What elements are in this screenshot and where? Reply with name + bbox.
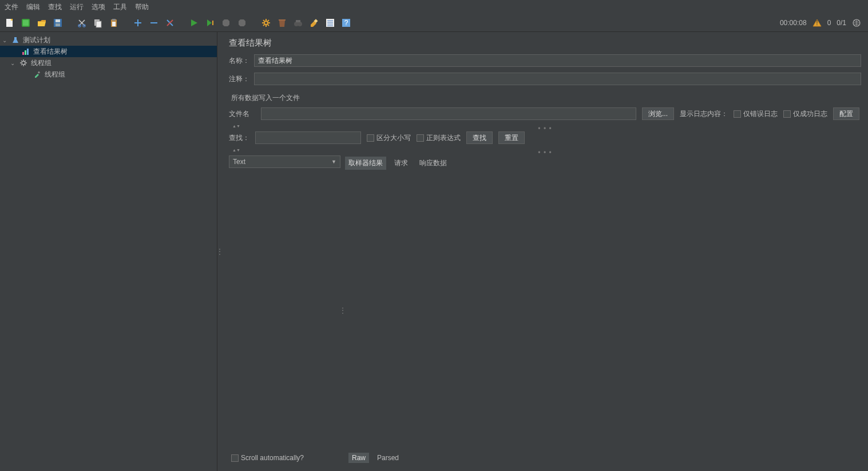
- svg-rect-6: [56, 23, 60, 26]
- filename-input[interactable]: [261, 107, 636, 120]
- svg-rect-13: [112, 22, 116, 26]
- save-icon[interactable]: [51, 17, 64, 29]
- comment-label: 注释：: [229, 74, 249, 84]
- warning-icon[interactable]: !: [812, 18, 822, 27]
- search-label: 查找：: [229, 133, 249, 143]
- menu-bar: 文件 编辑 查找 运行 选项 工具 帮助: [0, 0, 868, 14]
- tree-thread-group[interactable]: ⌄ 线程组: [0, 57, 217, 69]
- list-icon[interactable]: [324, 17, 336, 29]
- start-icon[interactable]: [188, 17, 200, 29]
- scroll-auto-checkbox[interactable]: Scroll automatically?: [231, 454, 338, 462]
- svg-rect-5: [56, 19, 60, 22]
- horizontal-splitter-1[interactable]: • • •: [229, 125, 861, 130]
- binoculars-icon[interactable]: [292, 17, 304, 29]
- toolbar: ? 00:00:08 ! 0 0/1: [0, 14, 868, 32]
- vertical-splitter[interactable]: ⋮: [217, 32, 222, 471]
- regex-checkbox[interactable]: 正则表达式: [417, 133, 461, 143]
- tree-test-plan[interactable]: ⌄ 测试计划: [0, 34, 217, 46]
- menu-run[interactable]: 运行: [70, 2, 84, 12]
- name-label: 名称：: [229, 56, 249, 66]
- result-body[interactable]: [345, 173, 861, 450]
- result-left-panel: Text ▼ Scroll automatically?: [229, 155, 340, 465]
- only-error-checkbox[interactable]: 仅错误日志: [734, 109, 778, 119]
- tree-label: 查看结果树: [33, 47, 68, 57]
- help-icon[interactable]: ?: [340, 17, 352, 29]
- chevron-down-icon[interactable]: ⌄: [10, 60, 16, 66]
- error-count: 0: [827, 19, 831, 27]
- inner-splitter[interactable]: ⋮: [340, 155, 345, 465]
- template-icon[interactable]: [19, 17, 32, 29]
- menu-help[interactable]: 帮助: [135, 2, 149, 12]
- tree-label: 线程组: [31, 58, 51, 68]
- paste-icon[interactable]: [108, 17, 120, 29]
- clear-icon[interactable]: [308, 17, 320, 29]
- menu-options[interactable]: 选项: [92, 2, 105, 12]
- cut-icon[interactable]: [76, 17, 88, 29]
- svg-point-18: [298, 22, 302, 26]
- timer: 00:00:08: [780, 19, 807, 27]
- stop-icon[interactable]: [220, 17, 232, 29]
- only-success-checkbox[interactable]: 仅成功日志: [783, 109, 827, 119]
- minus-icon[interactable]: [148, 17, 160, 29]
- filename-label: 文件名: [229, 109, 255, 119]
- copy-icon[interactable]: [92, 17, 104, 29]
- flask-icon: [11, 35, 20, 45]
- new-icon[interactable]: [3, 17, 16, 29]
- globe-icon[interactable]: [852, 18, 861, 27]
- sample-list[interactable]: [229, 168, 340, 450]
- configure-button[interactable]: 配置: [833, 107, 859, 120]
- render-dropdown[interactable]: Text ▼: [229, 155, 340, 168]
- browse-button[interactable]: 浏览...: [642, 107, 674, 120]
- toggle-icon[interactable]: [164, 17, 176, 29]
- horizontal-splitter-2[interactable]: • • •: [229, 149, 861, 154]
- case-sensitive-checkbox[interactable]: 区分大小写: [367, 133, 411, 143]
- menu-edit[interactable]: 编辑: [26, 2, 40, 12]
- trash-icon[interactable]: [276, 17, 288, 29]
- thread-count: 0/1: [837, 19, 846, 27]
- tree-label: 线程组: [45, 70, 65, 79]
- status-area: 00:00:08 ! 0 0/1: [780, 18, 865, 27]
- svg-rect-26: [22, 52, 24, 55]
- chevron-down-icon[interactable]: ⌄: [2, 37, 8, 43]
- svg-point-15: [264, 21, 268, 25]
- gear-icon[interactable]: [260, 17, 272, 29]
- result-tabs: 取样器结果 请求 响应数据: [345, 155, 861, 173]
- tab-sampler-result[interactable]: 取样器结果: [345, 157, 386, 170]
- tree-label: 测试计划: [23, 35, 50, 45]
- svg-rect-14: [212, 21, 213, 25]
- svg-rect-3: [23, 20, 29, 26]
- start-no-icon[interactable]: [204, 17, 216, 29]
- find-button[interactable]: 查找: [466, 131, 493, 144]
- svg-rect-27: [25, 50, 26, 55]
- gear-icon: [19, 58, 28, 67]
- dropper-icon: [33, 70, 42, 79]
- menu-file[interactable]: 文件: [5, 2, 18, 12]
- showlog-label: 显示日志内容：: [680, 109, 728, 119]
- svg-rect-19: [296, 20, 300, 22]
- tree-thread-group-child[interactable]: 线程组: [0, 69, 217, 80]
- subtab-raw[interactable]: Raw: [348, 453, 369, 463]
- result-right-panel: 取样器结果 请求 响应数据 Raw Parsed: [345, 155, 861, 465]
- panel-title: 查看结果树: [229, 38, 861, 49]
- tab-request[interactable]: 请求: [391, 157, 411, 170]
- svg-text:!: !: [816, 19, 818, 27]
- file-section-title: 所有数据写入一个文件: [231, 93, 861, 103]
- chart-icon: [21, 47, 30, 56]
- plus-icon[interactable]: [132, 17, 144, 29]
- tree-view-results[interactable]: 查看结果树: [0, 46, 217, 57]
- subtab-parsed[interactable]: Parsed: [374, 453, 402, 463]
- svg-rect-10: [96, 21, 101, 27]
- comment-input[interactable]: [254, 73, 861, 85]
- search-input[interactable]: [255, 131, 361, 144]
- menu-tools[interactable]: 工具: [113, 2, 127, 12]
- tree-panel: ⌄ 测试计划 查看结果树 ⌄ 线程组 线程组: [0, 32, 217, 471]
- reset-button[interactable]: 重置: [498, 131, 525, 144]
- open-icon[interactable]: [35, 17, 48, 29]
- tab-response-data[interactable]: 响应数据: [416, 157, 450, 170]
- svg-rect-12: [112, 19, 116, 21]
- menu-find[interactable]: 查找: [48, 2, 62, 12]
- shutdown-icon[interactable]: [236, 17, 248, 29]
- name-input[interactable]: [254, 54, 861, 67]
- content-panel: 查看结果树 名称： 注释： 所有数据写入一个文件 文件名 浏览... 显示日志内…: [222, 32, 868, 471]
- svg-rect-1: [11, 19, 13, 21]
